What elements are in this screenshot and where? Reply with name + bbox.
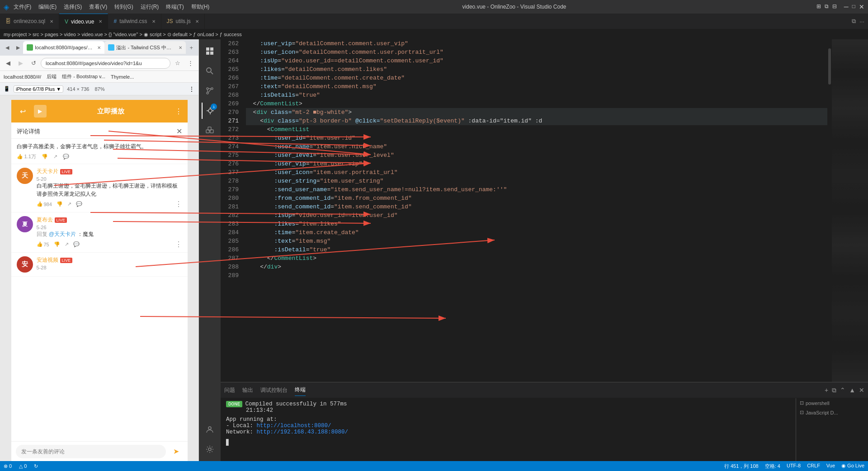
editor-more-icon[interactable]: ··· bbox=[859, 18, 864, 25]
activity-extensions[interactable] bbox=[202, 122, 218, 139]
dislike-meta-2[interactable]: 👎 bbox=[54, 241, 60, 247]
tab-close-css[interactable]: ✕ bbox=[152, 19, 156, 24]
reply-meta-2[interactable]: 💬 bbox=[73, 241, 80, 247]
activity-explorer[interactable] bbox=[202, 43, 218, 59]
comments-close-btn[interactable]: ✕ bbox=[176, 127, 182, 136]
tab-onlinezoo-sql[interactable]: 🗄 onlinezoo.sql ✕ bbox=[0, 14, 59, 29]
device-select[interactable]: iPhone 6/7/8 Plus ▼ bbox=[14, 85, 63, 93]
forward-btn[interactable]: ▶ bbox=[15, 58, 26, 69]
grid-icon[interactable]: ⊟ bbox=[832, 3, 837, 10]
video-more-btn[interactable]: ⋮ bbox=[175, 107, 182, 116]
panel-minimize-btn[interactable]: ⌃ bbox=[840, 386, 845, 394]
terminal-content[interactable]: DONECompiled successfully in 577ms 21:13… bbox=[221, 398, 796, 461]
sync-icon[interactable]: ↻ bbox=[34, 463, 38, 469]
share-meta-1[interactable]: ↗ bbox=[67, 201, 71, 207]
refresh-btn[interactable]: ↺ bbox=[28, 58, 39, 69]
comment-input[interactable] bbox=[16, 445, 166, 458]
comment-reply-action[interactable]: 💬 bbox=[63, 154, 69, 160]
bookmark-backend[interactable]: 后端 bbox=[47, 73, 57, 80]
activity-settings[interactable] bbox=[202, 441, 218, 457]
activity-debug[interactable]: 1 bbox=[202, 103, 218, 119]
line-col[interactable]: 行 451，列 108 bbox=[724, 463, 759, 470]
local-url[interactable]: http://localhost:8080/ bbox=[257, 423, 331, 429]
bookmark-star[interactable]: ☆ bbox=[172, 58, 183, 69]
comment-more-2[interactable]: ⋮ bbox=[175, 240, 182, 249]
split-editor-icon[interactable]: ⧉ bbox=[852, 18, 856, 25]
menu-help[interactable]: 帮助(H) bbox=[189, 3, 212, 11]
comment-username-2[interactable]: 夏布去 bbox=[37, 216, 53, 224]
address-bar[interactable]: localhost:8080/#/pages/video/video?id=1&… bbox=[41, 58, 170, 69]
line-ending[interactable]: CRLF bbox=[807, 463, 820, 470]
spaces[interactable]: 空格: 4 bbox=[765, 463, 780, 470]
terminal-js[interactable]: ⊡ JavaScript D... bbox=[796, 408, 868, 417]
language[interactable]: Vue bbox=[826, 463, 835, 470]
browser-tab-close-tailwind[interactable]: ✕ bbox=[179, 45, 182, 50]
browser-tab-localhost[interactable]: localhost:8080/#/pages/video... ✕ bbox=[23, 41, 104, 54]
activity-search[interactable] bbox=[202, 63, 218, 79]
share-action[interactable]: ↗ bbox=[53, 154, 57, 160]
add-terminal-btn[interactable]: + bbox=[825, 386, 828, 394]
comment-send-btn[interactable]: ➤ bbox=[170, 445, 183, 458]
encoding[interactable]: UTF-8 bbox=[787, 463, 801, 470]
reply-mention-2[interactable]: @天天卡片 bbox=[49, 231, 76, 237]
dislike-action[interactable]: 👎 bbox=[42, 154, 48, 160]
browser-tab-close-localhost[interactable]: ✕ bbox=[97, 45, 101, 50]
panel-close-btn[interactable]: ✕ bbox=[859, 386, 864, 394]
panel-tab-problems[interactable]: 问题 bbox=[224, 385, 235, 396]
terminal-powershell[interactable]: ⊡ powershell bbox=[796, 398, 868, 408]
like-meta-1[interactable]: 👍 984 bbox=[37, 201, 52, 207]
menu-view[interactable]: 查看(V) bbox=[86, 3, 110, 11]
scrollbar[interactable] bbox=[827, 39, 832, 382]
tab-close-sql[interactable]: ✕ bbox=[50, 19, 53, 24]
tab-tailwind-css[interactable]: # tailwind.css ✕ bbox=[108, 14, 161, 29]
tab-utils-js[interactable]: JS utils.js ✕ bbox=[161, 14, 205, 29]
comment-more-1[interactable]: ⋮ bbox=[175, 200, 182, 208]
panel-maximize-btn[interactable]: ▲ bbox=[849, 386, 855, 394]
tab-close-js[interactable]: ✕ bbox=[195, 19, 199, 24]
panel-tab-output[interactable]: 输出 bbox=[242, 385, 253, 396]
menu-terminal[interactable]: 终端(T) bbox=[163, 3, 186, 11]
code-content[interactable]: :user_vip="detailComment.comment.user_vi… bbox=[242, 39, 827, 382]
warning-count[interactable]: △ 0 bbox=[19, 463, 27, 469]
video-back-btn[interactable]: ↩ bbox=[17, 105, 29, 118]
new-tab-btn[interactable]: ◀ bbox=[2, 42, 13, 53]
code-container[interactable]: 2622632642652662672682692702712722732742… bbox=[221, 39, 832, 382]
like-meta-2[interactable]: 👍 75 bbox=[37, 241, 49, 247]
split-icon[interactable]: ⧉ bbox=[825, 3, 829, 10]
minimap[interactable] bbox=[832, 39, 868, 382]
comment-username-1[interactable]: 天天卡片 bbox=[37, 168, 58, 175]
like-action[interactable]: 👍 1.1万 bbox=[17, 153, 36, 160]
back-btn[interactable]: ◀ bbox=[3, 58, 14, 69]
live-server[interactable]: ◉ Go Live bbox=[841, 463, 864, 470]
close-btn[interactable]: ✕ bbox=[859, 3, 864, 10]
browser-tab-tailwind[interactable]: 溢出 - Tailwind CSS 中文文档 ✕ bbox=[104, 41, 186, 54]
share-meta-2[interactable]: ↗ bbox=[65, 241, 69, 247]
menu-file[interactable]: 文件(F) bbox=[11, 3, 34, 11]
browser-menu[interactable]: ⋮ bbox=[185, 58, 196, 69]
menu-goto[interactable]: 转到(G) bbox=[112, 3, 136, 11]
nav-forward[interactable]: ▶ bbox=[13, 42, 24, 53]
menu-edit[interactable]: 编辑(E) bbox=[36, 3, 59, 11]
menu-run[interactable]: 运行(R) bbox=[138, 3, 162, 11]
error-count[interactable]: ⊗ 0 bbox=[4, 463, 12, 469]
bookmark-localhost[interactable]: localhost:8080/#/ bbox=[4, 74, 41, 80]
bookmark-bootstrap[interactable]: 组件 - Bootstrap v... bbox=[62, 73, 105, 80]
bookmark-thymeleaf[interactable]: Thymele... bbox=[111, 74, 134, 80]
new-tab-plus[interactable]: + bbox=[186, 42, 197, 53]
more-device-btn[interactable]: ⋮ bbox=[189, 85, 195, 93]
network-url[interactable]: http://192.168.43.188:8080/ bbox=[257, 429, 349, 435]
comment-username-3[interactable]: 安迪视频 bbox=[37, 256, 58, 264]
panel-tab-terminal[interactable]: 终端 bbox=[295, 384, 306, 396]
menu-select[interactable]: 选择(S) bbox=[61, 3, 85, 11]
activity-git[interactable] bbox=[202, 83, 218, 99]
tab-close-vue[interactable]: ✕ bbox=[99, 19, 102, 24]
split-terminal-btn[interactable]: ⧉ bbox=[832, 386, 836, 394]
tab-video-vue[interactable]: V video.vue ✕ bbox=[59, 14, 108, 29]
dislike-meta-1[interactable]: 👎 bbox=[57, 201, 63, 207]
activity-account[interactable] bbox=[202, 421, 218, 438]
panel-tab-debug-console[interactable]: 调试控制台 bbox=[260, 385, 288, 396]
maximize-btn[interactable]: □ bbox=[852, 3, 855, 10]
layout-icon[interactable]: ⊞ bbox=[816, 3, 821, 10]
reply-meta-1[interactable]: 💬 bbox=[76, 201, 82, 207]
minimize-btn[interactable]: ─ bbox=[844, 3, 849, 10]
